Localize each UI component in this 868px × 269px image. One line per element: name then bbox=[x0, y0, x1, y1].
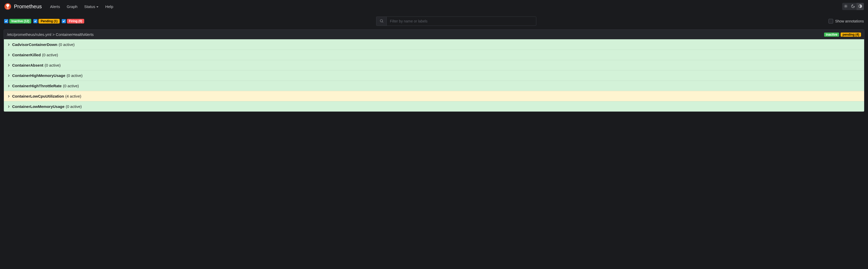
rule-group-badges: inactive pending (4) bbox=[824, 33, 861, 37]
nav-help[interactable]: Help bbox=[102, 2, 116, 11]
alert-name: ContainerAbsent bbox=[12, 63, 43, 67]
alert-name: ContainerLowCpuUtilization bbox=[12, 94, 64, 98]
nav-graph[interactable]: Graph bbox=[64, 2, 81, 11]
filter-firing-badge: Firing (0) bbox=[67, 19, 84, 24]
contrast-icon bbox=[858, 4, 862, 9]
filter-inactive-checkbox[interactable] bbox=[4, 19, 8, 23]
theme-light-button[interactable] bbox=[842, 3, 849, 10]
alert-active-count: (0 active) bbox=[66, 104, 82, 109]
filter-pending-wrap: Pending (1) bbox=[33, 19, 59, 24]
theme-dark-button[interactable] bbox=[849, 3, 857, 10]
filter-firing-checkbox[interactable] bbox=[62, 19, 66, 23]
chevron-right-icon bbox=[7, 84, 10, 88]
filter-bar: Inactive (12) Pending (1) Firing (0) Sho… bbox=[0, 13, 868, 29]
alert-row[interactable]: ContainerHighMemoryUsage(0 active) bbox=[4, 70, 864, 80]
search-input[interactable] bbox=[386, 16, 536, 26]
alert-row[interactable]: CadvisorContainerDown(0 active) bbox=[4, 39, 864, 49]
brand-wrap[interactable]: Prometheus bbox=[4, 3, 42, 10]
alert-row[interactable]: ContainerLowMemoryUsage(0 active) bbox=[4, 101, 864, 111]
chevron-right-icon bbox=[7, 95, 10, 98]
search-icon bbox=[379, 19, 383, 24]
show-annotations-label: Show annotations bbox=[835, 19, 864, 23]
alert-active-count: (0 active) bbox=[42, 53, 58, 57]
alert-active-count: (0 active) bbox=[59, 42, 75, 47]
alert-row[interactable]: ContainerHighThrottleRate(0 active) bbox=[4, 80, 864, 91]
prometheus-logo-icon bbox=[4, 3, 11, 10]
svg-point-1 bbox=[845, 5, 846, 7]
alerts-list: CadvisorContainerDown(0 active)Container… bbox=[4, 39, 864, 111]
sun-icon bbox=[844, 4, 848, 9]
search-icon-box bbox=[376, 16, 386, 26]
alert-name: ContainerHighMemoryUsage bbox=[12, 73, 65, 78]
alert-active-count: (0 active) bbox=[63, 83, 79, 88]
filter-firing-wrap: Firing (0) bbox=[62, 19, 84, 24]
nav-status[interactable]: Status bbox=[81, 2, 102, 11]
svg-line-12 bbox=[382, 22, 383, 23]
alert-row[interactable]: ContainerKilled(0 active) bbox=[4, 49, 864, 60]
moon-icon bbox=[851, 4, 855, 9]
alert-name: ContainerHighThrottleRate bbox=[12, 83, 62, 88]
filter-pending-badge: Pending (1) bbox=[38, 19, 59, 24]
alert-row[interactable]: ContainerLowCpuUtilization(4 active) bbox=[4, 91, 864, 101]
group-badge-pending: pending (4) bbox=[841, 33, 861, 37]
show-annotations-checkbox[interactable] bbox=[829, 19, 833, 24]
alert-active-count: (4 active) bbox=[65, 94, 82, 98]
rule-group-title: /etc/prometheus/rules.yml > ContainerHea… bbox=[7, 32, 94, 37]
alert-active-count: (0 active) bbox=[67, 73, 83, 78]
alert-row[interactable]: ContainerAbsent(0 active) bbox=[4, 60, 864, 70]
nav-alerts[interactable]: Alerts bbox=[47, 2, 63, 11]
group-badge-inactive: inactive bbox=[824, 33, 839, 37]
svg-point-11 bbox=[380, 20, 382, 22]
search-wrap bbox=[376, 16, 536, 26]
alert-name: CadvisorContainerDown bbox=[12, 42, 57, 47]
filter-inactive-wrap: Inactive (12) bbox=[4, 19, 31, 24]
theme-auto-button[interactable] bbox=[857, 3, 864, 10]
chevron-right-icon bbox=[7, 53, 10, 57]
chevron-right-icon bbox=[7, 105, 10, 108]
theme-switcher bbox=[842, 3, 864, 10]
show-annotations-wrap: Show annotations bbox=[829, 19, 864, 24]
navbar: Prometheus Alerts Graph Status Help bbox=[0, 0, 868, 13]
chevron-right-icon bbox=[7, 74, 10, 77]
chevron-right-icon bbox=[7, 64, 10, 67]
alert-name: ContainerLowMemoryUsage bbox=[12, 104, 65, 109]
alert-name: ContainerKilled bbox=[12, 53, 41, 57]
rule-group: /etc/prometheus/rules.yml > ContainerHea… bbox=[4, 29, 864, 112]
filter-pending-checkbox[interactable] bbox=[33, 19, 37, 23]
brand-text: Prometheus bbox=[14, 4, 42, 9]
rule-group-header[interactable]: /etc/prometheus/rules.yml > ContainerHea… bbox=[4, 30, 864, 39]
alert-active-count: (0 active) bbox=[45, 63, 61, 67]
chevron-right-icon bbox=[7, 43, 10, 46]
nav-links: Alerts Graph Status Help bbox=[47, 2, 116, 11]
filter-inactive-badge: Inactive (12) bbox=[9, 19, 31, 24]
